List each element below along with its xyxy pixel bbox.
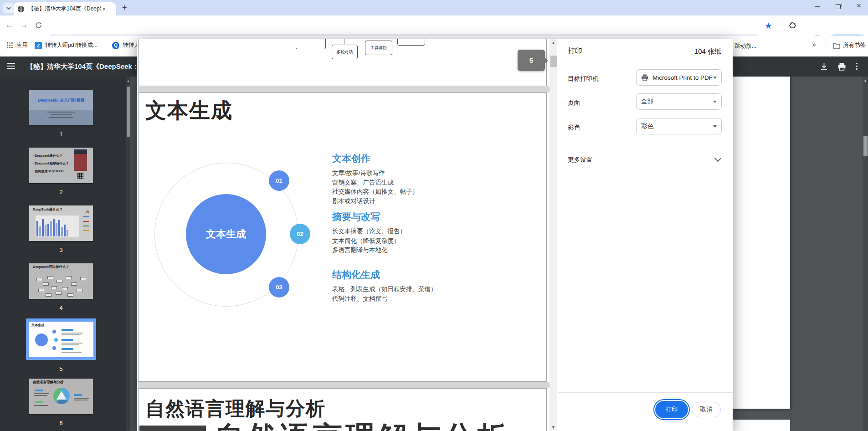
- extensions-icon[interactable]: [789, 21, 797, 30]
- step-label: 03: [276, 284, 282, 291]
- bookmark-apps[interactable]: 应用: [6, 41, 28, 49]
- scroll-up-icon[interactable]: ▲: [550, 41, 557, 45]
- tab-title: 【秘】清华大学104页《DeepS: [28, 5, 101, 13]
- bookmark-q-icon: Q: [112, 42, 119, 49]
- close-window-button[interactable]: ×: [857, 1, 861, 10]
- divider: [558, 147, 733, 147]
- diagram-step-2: 02: [290, 224, 310, 244]
- color-select[interactable]: 彩色: [636, 118, 722, 134]
- browser-tab[interactable]: 【秘】清华大学104页《DeepS ×: [14, 2, 116, 15]
- destination-select[interactable]: Microsoft Print to PDF: [636, 69, 722, 86]
- preview-page-4: 多轮对话 工具调用: [138, 39, 547, 86]
- thumbnail-page-1[interactable]: DeepSeek: 从入门到精通: [29, 90, 93, 125]
- bookmark-label-partial[interactable]: 跳动旗...: [734, 42, 756, 50]
- more-options-icon[interactable]: [856, 62, 858, 71]
- section-line: 文章/故事/诗歌写作: [332, 169, 418, 178]
- page-gap: [138, 382, 550, 388]
- print-icon[interactable]: [837, 62, 846, 71]
- thumbnail-page-6[interactable]: 自然语言理解与分析: [29, 379, 93, 414]
- bookmark-star-icon[interactable]: ★: [765, 21, 772, 31]
- minimize-button[interactable]: [815, 6, 820, 7]
- sidebar-toggle-icon[interactable]: [7, 63, 15, 69]
- back-button[interactable]: ←: [5, 21, 13, 30]
- thumbnail-page-4[interactable]: Deepseek可以做什么？: [29, 263, 93, 299]
- thumb2-bullet: · Deepseek能够做什么？: [33, 161, 69, 166]
- thumb5-number: 5: [29, 365, 93, 372]
- flow-box-partial: [397, 39, 425, 46]
- thumb3-chart: [36, 216, 79, 237]
- diagram-center-label: 文本生成: [206, 227, 246, 241]
- all-bookmarks-button[interactable]: 所有书签: [833, 41, 866, 49]
- destination-value: Microsoft Print to PDF: [652, 74, 713, 81]
- more-settings-label[interactable]: 更多设置: [568, 156, 592, 164]
- scroll-up-icon[interactable]: ▲: [863, 78, 868, 82]
- bookmark-apps-label: 应用: [16, 41, 28, 49]
- thumbnail-sidebar: DeepSeek: 从入门到精通 1 · Deepseek是什么？ · Deep…: [0, 77, 130, 431]
- thumb2-qrcode: [77, 173, 83, 179]
- thumb6-title: 自然语言理解与分析: [33, 380, 64, 385]
- thumb6-diagram: [53, 388, 70, 404]
- preview-page-6: 自然语言理解与分析 自然语言理解与分析: [138, 388, 547, 431]
- section-line: 剧本或对话设计: [332, 197, 418, 206]
- pages-select[interactable]: 全部: [636, 93, 722, 110]
- forward-button[interactable]: →: [20, 21, 28, 30]
- page-indicator-value: 5: [529, 56, 533, 64]
- section-line: 代码注释、文档撰写: [332, 294, 437, 304]
- thumb5-circle: [35, 334, 48, 346]
- thumb3-title: DeepSeek是什么？: [33, 207, 63, 212]
- new-tab-button[interactable]: +: [122, 3, 127, 13]
- scroll-up-icon[interactable]: ▲: [126, 79, 130, 82]
- pages-label: 页面: [568, 99, 580, 107]
- cancel-button[interactable]: 取消: [692, 402, 721, 417]
- sidebar-scrollbar[interactable]: ▲: [126, 77, 130, 431]
- section-lines: 表格、列表生成（如日程安排、菜谱） 代码注释、文档撰写: [332, 285, 437, 303]
- chevron-down-icon[interactable]: [714, 155, 722, 162]
- section-line: 长文本摘要（论文、报告）: [332, 227, 406, 236]
- thumb3-keyword-ai: AI: [86, 210, 89, 213]
- section-line: 表格、列表生成（如日程安排、菜谱）: [332, 285, 437, 294]
- diagram-step-3: 03: [269, 277, 289, 298]
- bookmarks-overflow-icon[interactable]: »: [812, 41, 816, 49]
- all-bookmarks-label: 所有书签: [843, 41, 866, 49]
- pdf-title: 【秘】清华大学104页《DeepSeek：从: [26, 62, 146, 71]
- underlying-pdf-page-next: [733, 420, 790, 431]
- section-line: 文本简化（降低复杂度）: [332, 236, 406, 246]
- color-label: 彩色: [568, 123, 580, 132]
- destination-label: 目标打印机: [568, 75, 599, 83]
- thumbnail-page-2[interactable]: · Deepseek是什么？ · Deepseek能够做什么？ · 如何使用De…: [29, 148, 93, 183]
- dropdown-caret-icon: [713, 77, 717, 79]
- clipped-giant-text: 自然语言理解与分析: [215, 422, 510, 431]
- thumb2-number: 2: [29, 189, 93, 195]
- viewer-scrollbar[interactable]: ▲: [863, 77, 868, 431]
- viewer-scrollbar-thumb[interactable]: [863, 136, 868, 156]
- section-heading: 文本创作: [332, 152, 370, 165]
- download-icon[interactable]: [820, 62, 828, 71]
- bookmark-label: 转转大师pdf转换成...: [45, 41, 98, 49]
- clipped-dark-block: [139, 426, 206, 431]
- flow-box: 工具调用: [365, 41, 392, 55]
- tab-search-button[interactable]: [3, 3, 15, 13]
- preview-scrollbar[interactable]: ▲ ▼: [550, 39, 557, 431]
- scroll-down-icon[interactable]: ▼: [550, 425, 557, 430]
- preview-scrollbar-thumb[interactable]: [550, 56, 557, 67]
- print-button[interactable]: 打印: [655, 401, 688, 418]
- thumb1-title: DeepSeek: 从入门到精通: [29, 97, 93, 103]
- restore-button[interactable]: [836, 4, 841, 9]
- tab-close-icon[interactable]: ×: [102, 5, 106, 12]
- sidebar-scrollbar-thumb[interactable]: [127, 87, 130, 137]
- step-label: 01: [276, 177, 282, 184]
- chevron-down-icon: [6, 7, 11, 10]
- bookmark-item[interactable]: Z 转转大师pdf转换成...: [35, 41, 98, 49]
- section-line: 社交媒体内容（如推文、帖子）: [332, 187, 418, 197]
- globe-favicon-icon: [17, 5, 25, 13]
- section-line: 营销文案、广告语生成: [332, 178, 418, 188]
- reload-button[interactable]: [35, 21, 42, 29]
- thumb4-title: Deepseek可以做什么？: [33, 265, 69, 269]
- color-value: 彩色: [641, 122, 653, 130]
- thumbnail-page-3[interactable]: DeepSeek是什么？ AI: [29, 205, 93, 241]
- thumb6-number: 6: [29, 420, 93, 426]
- sheet-count: 104 张纸: [694, 47, 721, 56]
- thumbnail-page-5-selected[interactable]: 文本生成: [26, 318, 96, 360]
- thumb4-number: 4: [29, 304, 93, 311]
- section-line: 多语言翻译与本地化: [332, 246, 406, 255]
